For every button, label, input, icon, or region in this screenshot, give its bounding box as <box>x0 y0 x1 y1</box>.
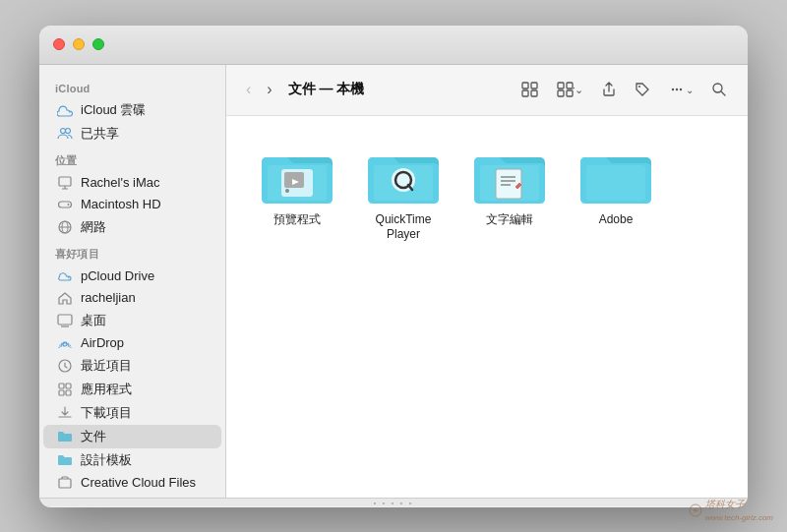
share-button[interactable] <box>594 77 624 102</box>
svg-point-24 <box>638 86 640 88</box>
sidebar-item-label: Rachel's iMac <box>81 175 160 190</box>
close-button[interactable] <box>53 38 65 50</box>
sidebar-item-macintosh-hd[interactable]: Macintosh HD <box>43 194 221 215</box>
minimize-button[interactable] <box>73 38 85 50</box>
sidebar-item-shared[interactable]: 已共享 <box>43 122 221 146</box>
sidebar-item-documents[interactable]: 文件 <box>43 425 221 448</box>
svg-rect-14 <box>66 390 71 395</box>
sidebar-item-label: 桌面 <box>81 312 106 329</box>
sidebar-item-pcloud[interactable]: pCloud Drive <box>43 266 221 287</box>
folder-icon-textedit <box>474 148 545 207</box>
sidebar-item-design-templates[interactable]: 設計模板 <box>43 448 221 472</box>
network-icon <box>57 219 73 235</box>
svg-point-4 <box>68 204 70 206</box>
svg-point-26 <box>680 89 682 90</box>
sidebar-item-icloud-drive[interactable]: iCloud 雲碟 <box>43 98 221 122</box>
svg-rect-8 <box>58 315 72 325</box>
view-icon-button[interactable] <box>515 77 546 102</box>
sidebar-section-favorites: 喜好項目 <box>39 239 225 266</box>
svg-rect-23 <box>567 90 573 96</box>
tag-button[interactable] <box>628 77 657 102</box>
svg-rect-12 <box>66 384 71 388</box>
sidebar-item-rachels-imac[interactable]: Rachel's iMac <box>43 172 221 194</box>
sidebar-item-airdrop[interactable]: AirDrop <box>43 332 221 354</box>
svg-rect-20 <box>558 83 564 89</box>
svg-rect-13 <box>59 390 64 395</box>
svg-point-28 <box>713 84 722 92</box>
file-item-preview[interactable]: 預覽程式 <box>254 140 340 251</box>
download-icon <box>57 405 73 421</box>
svg-rect-11 <box>59 384 64 388</box>
shared-icon <box>57 126 73 142</box>
sidebar-item-network[interactable]: 網路 <box>43 215 221 239</box>
sidebar-item-label: 應用程式 <box>81 381 132 398</box>
svg-rect-42 <box>496 169 521 199</box>
search-button[interactable] <box>704 77 734 102</box>
sidebar-item-label: racheljian <box>81 290 136 305</box>
folder-icon <box>57 429 73 444</box>
file-label-preview: 預覽程式 <box>273 212 321 228</box>
hd-icon <box>57 197 73 212</box>
main-content: ‹ › 文件 — 本機 <box>226 65 748 498</box>
home-icon <box>57 290 73 306</box>
toolbar-right: ⌄ <box>515 77 734 102</box>
svg-rect-21 <box>567 83 573 89</box>
folder-icon-preview <box>262 148 333 207</box>
sidebar-item-label: 網路 <box>81 218 106 236</box>
file-label-adobe: Adobe <box>599 212 634 228</box>
sidebar-item-label: Macintosh HD <box>81 197 161 211</box>
svg-rect-15 <box>59 479 71 488</box>
airdrop-icon <box>57 335 73 351</box>
nav-buttons: ‹ › <box>240 77 278 102</box>
svg-rect-48 <box>586 165 645 201</box>
toolbar: ‹ › 文件 — 本機 <box>226 65 748 116</box>
svg-rect-19 <box>531 90 537 96</box>
svg-point-27 <box>672 89 674 90</box>
folder-icon-adobe <box>580 148 651 207</box>
page-title: 文件 — 本機 <box>288 81 365 98</box>
sidebar-item-downloads[interactable]: 下載項目 <box>43 401 221 425</box>
sidebar-item-creative-cloud[interactable]: Creative Cloud Files <box>43 472 221 494</box>
files-area: 預覽程式 Quic <box>226 116 748 498</box>
svg-rect-2 <box>59 177 71 186</box>
svg-rect-17 <box>531 83 537 89</box>
pcloud-icon <box>57 268 73 284</box>
cloud-icon <box>57 102 73 118</box>
window-content: iCloud iCloud 雲碟 已 <box>39 65 748 498</box>
more-button[interactable]: ⌄ <box>661 77 700 102</box>
sidebar-item-recents[interactable]: 最近項目 <box>43 354 221 378</box>
sidebar-item-label: AirDrop <box>81 335 124 350</box>
forward-button[interactable]: › <box>261 77 277 102</box>
back-button[interactable]: ‹ <box>240 77 257 102</box>
sidebar-item-label: 已共享 <box>81 125 119 143</box>
applications-icon <box>57 382 73 397</box>
sidebar-item-label: 設計模板 <box>81 451 132 469</box>
monitor-icon <box>57 175 73 191</box>
sidebar-section-icloud: iCloud <box>39 75 225 98</box>
sidebar-item-racheljian[interactable]: racheljian <box>43 287 221 309</box>
file-item-textedit[interactable]: 文字編輯 <box>466 140 553 251</box>
svg-rect-16 <box>522 83 528 89</box>
folder-plain-icon <box>57 452 73 468</box>
svg-rect-22 <box>558 90 564 96</box>
sidebar-item-desktop[interactable]: 桌面 <box>43 309 221 332</box>
svg-point-0 <box>61 128 66 133</box>
creative-cloud-icon <box>57 475 73 491</box>
file-item-adobe[interactable]: Adobe <box>573 140 659 251</box>
svg-point-34 <box>285 189 289 193</box>
sidebar: iCloud iCloud 雲碟 已 <box>39 65 226 498</box>
desktop-icon <box>57 313 73 328</box>
folder-icon-quicktime <box>368 148 439 207</box>
resize-dots: • • • • • <box>374 499 414 507</box>
sidebar-item-label: pCloud Drive <box>81 268 154 283</box>
sidebar-section-locations: 位置 <box>39 146 225 172</box>
resize-handle: • • • • • <box>39 498 748 507</box>
titlebar <box>39 26 748 65</box>
file-label-quicktime: QuickTime Player <box>366 212 441 243</box>
sidebar-item-label: 文件 <box>81 428 106 445</box>
file-item-quicktime[interactable]: QuickTime Player <box>360 140 447 251</box>
maximize-button[interactable] <box>92 38 104 50</box>
view-toggle-button[interactable]: ⌄ <box>550 77 590 102</box>
svg-point-25 <box>676 89 678 90</box>
sidebar-item-applications[interactable]: 應用程式 <box>43 378 221 401</box>
